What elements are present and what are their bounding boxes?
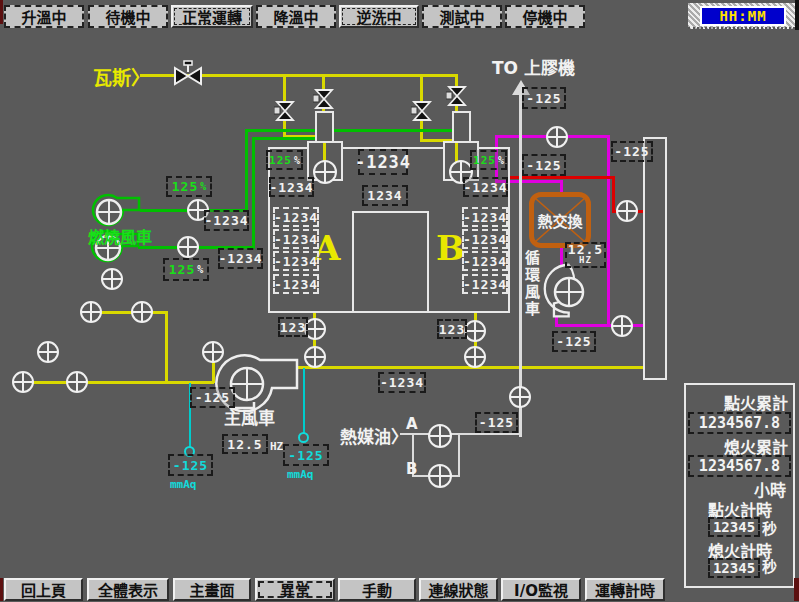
heat-oil-pipe — [458, 433, 460, 477]
gas-label-text: 瓦斯 — [93, 67, 131, 89]
valve-icon — [411, 100, 433, 122]
oil-valve-b-icon — [428, 464, 452, 488]
ignition-timer-value: 12345 — [708, 517, 760, 537]
nav-button-back[interactable]: 回上頁 — [4, 578, 83, 601]
nav-button-connection-status[interactable]: 連線狀態 — [419, 578, 498, 601]
status-button-standby[interactable]: 待機中 — [88, 5, 168, 28]
status-button-test[interactable]: 測試中 — [422, 5, 502, 28]
seconds-label: 秒 — [762, 517, 777, 538]
extinguish-total-value: 1234567.8 — [688, 455, 791, 477]
status-button-stopped[interactable]: 停機中 — [505, 5, 585, 28]
display-to-machine-mid: -125 — [522, 154, 566, 176]
seconds-label: 秒 — [762, 555, 777, 576]
mmaq-unit-label: mmAq — [287, 468, 314, 481]
pressure-tap-line — [303, 368, 305, 434]
display-a-temp: -1234 — [273, 274, 319, 294]
nav-button-label: I/O監視 — [514, 579, 568, 600]
ignition-total-label: 點火累計 — [690, 390, 788, 414]
damper-icon — [66, 371, 88, 393]
valve-icon — [313, 88, 335, 110]
display-fan1-press: -1234 — [204, 210, 249, 231]
air-pipe — [91, 311, 168, 314]
air-pipe — [23, 381, 214, 384]
display-circ-hz: 12.5HZ — [565, 242, 606, 268]
burner-a — [315, 111, 334, 143]
hmi-screen: 升溫中 待機中 正常運轉 降溫中 逆洗中 測試中 停機中 HH:MM — [0, 0, 799, 602]
display-a-temp: -1234 — [273, 207, 319, 227]
status-button-normal-run[interactable]: 正常運轉 — [171, 5, 253, 28]
nav-button-main-screen[interactable]: 主畫面 — [173, 578, 251, 601]
damper-icon — [37, 341, 59, 363]
oil-branch-b-label: B — [406, 460, 417, 478]
circulation-fan-icon — [542, 262, 598, 322]
gas-main-valve-icon — [172, 60, 204, 88]
display-center-temp: -1234 — [358, 149, 408, 175]
unit: % — [498, 155, 504, 166]
value: 12.5 — [568, 244, 603, 255]
value: 125 — [269, 154, 292, 167]
display-main-duct: -1234 — [378, 372, 426, 393]
nav-button-label: 主畫面 — [189, 579, 234, 600]
nav-button-label: 連線狀態 — [428, 579, 488, 600]
heat-oil-label: 熱媒油〉 — [340, 423, 408, 448]
hot-air-pipe — [612, 176, 615, 212]
damper-icon — [546, 126, 568, 148]
display-oil-press: -125 — [475, 412, 518, 433]
status-button-label: 逆洗中 — [356, 6, 401, 27]
display-circ-press: -125 — [552, 331, 596, 352]
display-left-draft: -125 — [168, 454, 213, 476]
hot-air-pipe — [509, 176, 615, 179]
circulation-fan-label: 循環風車 — [521, 250, 542, 318]
to-machine-label: TO 上膠機 — [492, 54, 575, 79]
burner-b — [452, 111, 471, 143]
status-button-heating[interactable]: 升溫中 — [4, 5, 84, 28]
unit: % — [294, 155, 300, 166]
damper-icon — [80, 301, 102, 323]
display-b-temp: -1234 — [462, 229, 508, 249]
damper-icon — [202, 341, 224, 363]
display-b-press: -1234 — [463, 177, 508, 197]
combustion-air-pipe — [252, 137, 255, 249]
damper-icon — [131, 301, 153, 323]
arrow-glyph: 〉 — [131, 67, 150, 89]
nav-button-label: 全體表示 — [98, 579, 158, 600]
gas-label: 瓦斯〉 — [93, 63, 150, 90]
nav-button-alarm[interactable]: 異常 — [255, 578, 335, 601]
nav-button-label: 異常 — [280, 579, 310, 600]
nav-button-overview[interactable]: 全體表示 — [87, 578, 169, 601]
damper-icon — [101, 268, 123, 290]
display-b-outlet: 123 — [437, 319, 467, 339]
status-button-label: 停機中 — [522, 6, 567, 27]
status-button-backwash[interactable]: 逆洗中 — [339, 5, 419, 28]
combustion-air-pipe — [245, 129, 248, 212]
display-a-temp: -1234 — [273, 251, 319, 271]
damper-icon — [304, 346, 326, 368]
nav-button-io-monitor[interactable]: I/O監視 — [501, 578, 581, 601]
nav-button-manual[interactable]: 手動 — [338, 578, 416, 601]
zone-b-label: B — [436, 228, 465, 268]
nav-button-label: 回上頁 — [21, 579, 66, 600]
heat-oil-pipe — [450, 433, 520, 435]
extinguish-timer-value: 12345 — [708, 558, 760, 578]
air-pipe — [165, 311, 168, 383]
display-duct-top: -125 — [611, 141, 653, 162]
nav-button-label: 手動 — [362, 579, 392, 600]
value: 125 — [473, 154, 496, 167]
nav-button-label: 運轉計時 — [595, 579, 655, 600]
display-right-draft: -125 — [283, 444, 329, 466]
nav-button-runtime-timer[interactable]: 運轉計時 — [585, 578, 665, 601]
clock: HH:MM — [700, 6, 786, 26]
display-a-press: -1234 — [269, 177, 314, 197]
display-main-fan-press: -125 — [190, 387, 235, 408]
status-button-label: 測試中 — [439, 6, 484, 27]
value: 125 — [172, 179, 198, 194]
chamber-center-wall — [352, 211, 429, 313]
display-b-temp: -1234 — [462, 251, 508, 271]
status-button-cooling[interactable]: 降溫中 — [256, 5, 336, 28]
ignition-total-value: 1234567.8 — [688, 412, 791, 434]
display-center-sub: 1234 — [362, 185, 408, 206]
status-button-label: 正常運轉 — [182, 6, 242, 27]
value: 125 — [169, 262, 195, 277]
exhaust-duct — [643, 137, 667, 380]
hz-unit-label: HZ — [270, 440, 283, 453]
